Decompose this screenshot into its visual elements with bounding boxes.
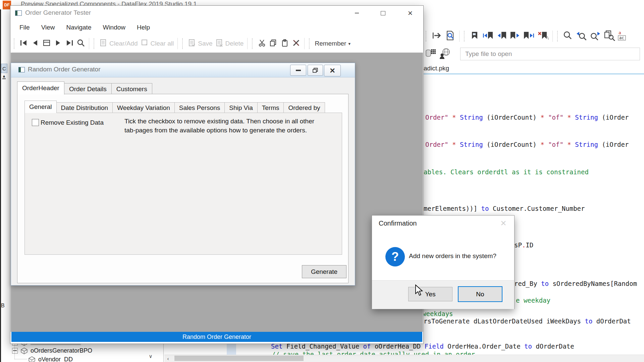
clear-all-button[interactable]: *Clear all: [139, 36, 175, 51]
subtab-terms[interactable]: Terms: [257, 102, 284, 113]
record-view-button[interactable]: [41, 36, 52, 51]
status-bar: Random Order Generator: [11, 332, 422, 342]
tab-customers[interactable]: Customers: [111, 83, 152, 95]
dialog-close-icon[interactable]: ✕: [497, 218, 510, 229]
general-description-line1: Tick the checkbox to remove existing dat…: [124, 118, 314, 125]
subtab-sales-persons[interactable]: Sales Persons: [174, 102, 225, 113]
tab-order-details[interactable]: Order Details: [64, 83, 112, 95]
bm-prev-button[interactable]: [495, 29, 508, 44]
question-mark-icon: ?: [385, 247, 405, 266]
menu-item-help[interactable]: Help: [131, 21, 156, 34]
copy-icon: [269, 39, 278, 49]
toolbar-grip: [182, 38, 184, 49]
tree-connector: [14, 359, 27, 360]
main-window: Order Generator Tester ✕ FileViewNavigat…: [10, 5, 424, 344]
mouse-cursor: [415, 284, 425, 297]
subtab-ordered-by[interactable]: Ordered by: [283, 102, 325, 113]
ide-toolbar-row1: aac: [424, 28, 644, 44]
goto-icon: [431, 30, 442, 43]
tree-scroll-down-icon[interactable]: ∨: [147, 353, 154, 361]
delete-record-icon: [292, 39, 301, 49]
find-files-button[interactable]: [602, 29, 616, 44]
left-rail-tab[interactable]: C: [1, 64, 7, 73]
find-button[interactable]: [561, 29, 574, 44]
find-prev-button[interactable]: [574, 29, 588, 44]
remember-button[interactable]: Remember▾: [313, 36, 352, 51]
window-icon: [15, 10, 22, 16]
code-line: Order" * String (iOrderCount) * "of" * S…: [425, 141, 629, 148]
subtab-general[interactable]: General: [24, 101, 57, 113]
find-next-icon: [590, 31, 601, 42]
tree-row-oVendor_DD[interactable]: oVendor_DD: [28, 356, 73, 362]
delete-button[interactable]: Delete: [214, 36, 245, 51]
code-line: e weekday: [516, 297, 550, 304]
minimize-button[interactable]: [290, 65, 306, 76]
main-titlebar[interactable]: Order Generator Tester ✕: [10, 6, 423, 20]
web-user-button[interactable]: [438, 47, 452, 62]
hscroll-left-icon[interactable]: ‹: [165, 355, 171, 362]
main-window-title: Order Generator Tester: [25, 9, 91, 16]
bm-next-button[interactable]: [508, 29, 522, 44]
file-open-input[interactable]: [460, 48, 640, 60]
svg-text:ac: ac: [619, 36, 624, 40]
menu-item-navigate[interactable]: Navigate: [60, 21, 97, 34]
generate-button[interactable]: Generate: [302, 265, 346, 278]
bm-toggle-button[interactable]: [468, 29, 481, 44]
find-record-button[interactable]: [75, 36, 87, 51]
web-user-icon: [439, 48, 451, 61]
delete-record-button[interactable]: [290, 36, 302, 51]
find-prev-icon: [576, 31, 587, 42]
confirmation-dialog: Confirmation ✕ ? Add new orders in the s…: [372, 215, 515, 309]
bm-first-icon: [482, 31, 494, 42]
find-next-button[interactable]: [588, 29, 602, 44]
nav-last-button[interactable]: [64, 36, 75, 51]
toolbar-separator: [89, 38, 89, 49]
delete-icon: [215, 39, 223, 49]
dialog-message: Add new orders in the system?: [409, 252, 496, 260]
db-grid-icon: [425, 48, 436, 61]
generator-titlebar[interactable]: Random Order Generator ✕: [11, 63, 355, 77]
toolbar-separator: [459, 31, 460, 42]
replace-button[interactable]: aac: [616, 29, 633, 44]
menu-item-view[interactable]: View: [36, 21, 61, 34]
copy-button[interactable]: [268, 36, 279, 51]
hscroll-thumb[interactable]: [174, 356, 304, 361]
paste-button[interactable]: [279, 36, 290, 51]
cut-button[interactable]: [256, 36, 268, 51]
subtab-weekday-variation[interactable]: Weekday Variation: [112, 102, 175, 113]
no-button[interactable]: No: [458, 286, 502, 302]
nav-prev-button[interactable]: [30, 36, 41, 51]
tree-row-oOrdersGeneratorBPO[interactable]: oOrdersGeneratorBPO: [12, 347, 92, 354]
paste-icon: [280, 39, 289, 49]
tab-orderheader[interactable]: OrderHeader: [17, 81, 64, 95]
nav-next-button[interactable]: [52, 36, 64, 51]
db-grid-button[interactable]: [424, 47, 438, 62]
scroll-up-icon[interactable]: ▲: [1, 74, 7, 81]
bm-last-button[interactable]: [522, 29, 536, 44]
editor-tab[interactable]: adict.pkg: [424, 65, 449, 73]
restore-button[interactable]: [308, 65, 323, 76]
clear-add-button[interactable]: Clear/Add: [98, 36, 139, 51]
bm-first-button[interactable]: [481, 29, 495, 44]
bm-clear-button[interactable]: [536, 29, 550, 44]
left-rail-bottom-label: B: [1, 303, 6, 309]
remove-existing-data-checkbox[interactable]: [32, 119, 39, 126]
find-record-icon: [76, 39, 85, 49]
nav-first-icon: [19, 39, 28, 49]
close-button[interactable]: ✕: [324, 65, 341, 76]
maximize-button[interactable]: [374, 8, 392, 18]
code-line: red_By to sOrderedByNames[Random: [514, 280, 637, 287]
nav-first-button[interactable]: [18, 36, 30, 51]
menu-item-window[interactable]: Window: [97, 21, 131, 34]
menu-item-file[interactable]: File: [14, 21, 36, 34]
tree-label: oOrdersGeneratorBPO: [31, 347, 92, 354]
goto-button[interactable]: [430, 29, 443, 44]
close-button[interactable]: ✕: [401, 8, 420, 18]
minimize-button[interactable]: [347, 8, 366, 18]
subtab-strip: GeneralDate DistributionWeekday Variatio…: [24, 101, 325, 113]
save-button[interactable]: Save: [186, 36, 214, 51]
code-line: weekdays: [422, 310, 453, 317]
search-doc-button[interactable]: [443, 29, 457, 44]
subtab-ship-via[interactable]: Ship Via: [224, 102, 257, 113]
subtab-date-distribution[interactable]: Date Distribution: [56, 102, 113, 113]
